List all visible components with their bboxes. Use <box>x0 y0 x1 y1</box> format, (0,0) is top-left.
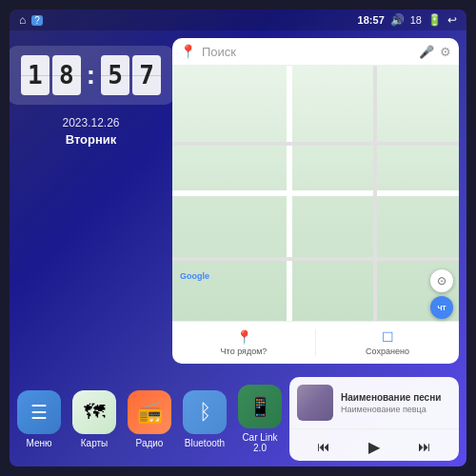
search-placeholder[interactable]: Поиск <box>202 45 413 59</box>
clock-min-units: 7 <box>132 55 161 95</box>
saved-label: Сохранено <box>366 347 409 356</box>
clock-hour-units: 8 <box>52 55 81 95</box>
search-pin-icon: 📍 <box>180 44 196 59</box>
day-text: Вторник <box>62 132 119 147</box>
bottom-area: ☰ Меню 🗺 Карты 📻 Радио ᛒ Bluetooth 📱 Car… <box>10 371 466 466</box>
map-road-v2 <box>373 66 377 321</box>
radio-icon: 📻 <box>128 390 171 434</box>
app-maps[interactable]: 🗺 Карты <box>72 390 116 448</box>
clock-min-tens: 5 <box>101 55 129 95</box>
app-menu[interactable]: ☰ Меню <box>17 390 61 448</box>
clock-hour-tens: 1 <box>21 55 50 95</box>
bluetooth-label: Bluetooth <box>185 438 225 448</box>
nearby-label: Что рядом? <box>221 347 268 356</box>
battery-level: 18 <box>410 14 422 26</box>
map-search-bar[interactable]: 📍 Поиск 🎤 ⚙ <box>172 38 459 66</box>
music-artist: Наименование певца <box>341 405 451 414</box>
saved-icon: ☐ <box>382 329 394 345</box>
main-area: 1 8 : 5 7 2023.12.26 Вторник 📍 Поиск <box>10 30 466 371</box>
right-panel: 📍 Поиск 🎤 ⚙ Google ⊙ ЧТ <box>172 38 459 364</box>
map-footer: 📍 Что рядом? ☐ Сохранено <box>172 321 459 364</box>
home-icon[interactable]: ⌂ <box>19 13 26 27</box>
clock-minutes: 5 7 <box>101 55 161 95</box>
carlink-label: Car Link 2.0 <box>238 432 282 453</box>
maps-icon: 🗺 <box>72 390 116 434</box>
status-time: 18:57 <box>358 14 385 26</box>
date-text: 2023.12.26 <box>62 116 119 129</box>
music-panel: Наименование песни Наименование певца ⏮ … <box>289 377 459 461</box>
status-bar: ⌂ ? 18:57 🔊 18 🔋 ↩ <box>10 10 466 30</box>
question-icon[interactable]: ? <box>31 15 43 26</box>
device-frame: ⌂ ? 18:57 🔊 18 🔋 ↩ 1 8 : 5 7 <box>10 10 466 466</box>
nearby-icon: 📍 <box>236 329 252 345</box>
map-nav-button[interactable]: ЧТ <box>430 296 453 319</box>
music-prev-button[interactable]: ⏮ <box>310 433 337 460</box>
music-thumb-art <box>297 385 333 421</box>
volume-icon: 🔊 <box>390 13 405 27</box>
app-radio[interactable]: 📻 Радио <box>128 390 171 448</box>
app-bluetooth[interactable]: ᛒ Bluetooth <box>183 390 227 448</box>
menu-icon: ☰ <box>17 390 61 434</box>
map-road-h2 <box>172 142 459 146</box>
map-area[interactable]: Google ⊙ ЧТ <box>172 66 459 321</box>
map-location-button[interactable]: ⊙ <box>430 269 453 292</box>
music-title: Наименование песни <box>341 392 451 403</box>
radio-label: Радио <box>136 438 164 448</box>
music-controls: ⏮ ▶ ⏭ <box>289 428 459 461</box>
music-play-button[interactable]: ▶ <box>361 433 387 460</box>
battery-icon: 🔋 <box>427 13 442 27</box>
search-gear-icon[interactable]: ⚙ <box>440 45 451 59</box>
map-saved-button[interactable]: ☐ Сохранено <box>316 326 459 360</box>
map-road-v <box>287 66 292 321</box>
apps-panel: ☰ Меню 🗺 Карты 📻 Радио ᛒ Bluetooth 📱 Car… <box>17 377 282 461</box>
clock-widget: 1 8 : 5 7 <box>10 46 174 105</box>
music-info: Наименование песни Наименование певца <box>341 392 451 414</box>
music-next-button[interactable]: ⏭ <box>411 433 438 460</box>
date-info: 2023.12.26 Вторник <box>62 116 119 147</box>
app-carlink[interactable]: 📱 Car Link 2.0 <box>238 385 282 453</box>
map-road-h3 <box>172 257 459 261</box>
google-logo: Google <box>180 271 209 281</box>
map-road-h <box>172 190 459 196</box>
back-icon[interactable]: ↩ <box>447 13 457 27</box>
bluetooth-icon: ᛒ <box>183 390 227 434</box>
left-panel: 1 8 : 5 7 2023.12.26 Вторник <box>17 38 165 364</box>
clock-hours: 1 8 <box>21 55 81 95</box>
status-left: ⌂ ? <box>19 13 43 27</box>
map-widget[interactable]: 📍 Поиск 🎤 ⚙ Google ⊙ ЧТ <box>172 38 459 364</box>
menu-label: Меню <box>26 438 51 448</box>
clock-separator: : <box>87 55 95 95</box>
map-nearby-button[interactable]: 📍 Что рядом? <box>172 326 315 360</box>
search-mic-icon[interactable]: 🎤 <box>419 45 434 59</box>
status-right: 18:57 🔊 18 🔋 ↩ <box>358 13 457 27</box>
carlink-icon: 📱 <box>238 385 282 428</box>
music-thumbnail <box>297 385 333 421</box>
maps-label: Карты <box>81 438 109 448</box>
music-top: Наименование песни Наименование певца <box>289 377 459 428</box>
